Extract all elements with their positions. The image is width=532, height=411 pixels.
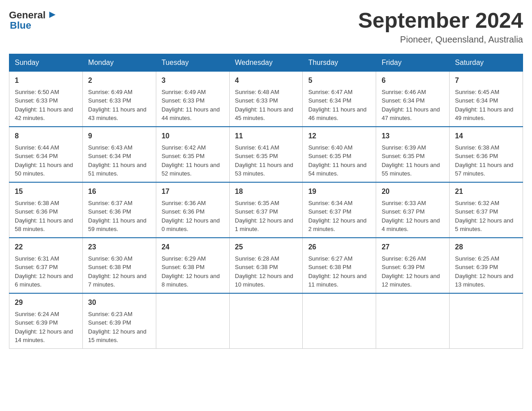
day-number: 30 [88,297,150,308]
day-number: 9 [88,131,150,141]
day-number: 25 [235,242,297,253]
day-number: 13 [382,131,444,141]
table-row: 30 Sunrise: 6:23 AMSunset: 6:39 PMDaylig… [82,293,156,349]
day-number: 27 [382,242,444,253]
col-thursday: Thursday [303,54,376,71]
table-row: 13 Sunrise: 6:39 AMSunset: 6:35 PMDaylig… [376,127,450,182]
day-number: 15 [15,186,77,197]
table-row: 5 Sunrise: 6:47 AMSunset: 6:34 PMDayligh… [303,71,376,127]
table-row: 12 Sunrise: 6:40 AMSunset: 6:35 PMDaylig… [303,127,376,182]
day-number: 11 [235,131,297,141]
day-info: Sunrise: 6:35 AMSunset: 6:37 PMDaylight:… [235,200,293,233]
day-number: 26 [308,242,370,253]
day-info: Sunrise: 6:33 AMSunset: 6:37 PMDaylight:… [382,200,440,233]
calendar-week-1: 1 Sunrise: 6:50 AMSunset: 6:33 PMDayligh… [9,71,523,127]
day-number: 21 [455,186,517,197]
day-info: Sunrise: 6:32 AMSunset: 6:37 PMDaylight:… [455,200,513,233]
page-header: General Blue September 2024 Pioneer, Que… [9,9,523,45]
day-number: 28 [455,242,517,253]
day-number: 22 [15,242,77,253]
day-info: Sunrise: 6:49 AMSunset: 6:33 PMDaylight:… [88,89,146,122]
day-number: 17 [162,186,224,197]
table-row: 21 Sunrise: 6:32 AMSunset: 6:37 PMDaylig… [450,182,523,238]
day-info: Sunrise: 6:38 AMSunset: 6:36 PMDaylight:… [455,144,513,177]
day-number: 2 [88,75,150,86]
table-row: 2 Sunrise: 6:49 AMSunset: 6:33 PMDayligh… [82,71,156,127]
day-info: Sunrise: 6:24 AMSunset: 6:39 PMDaylight:… [15,311,73,344]
table-row: 29 Sunrise: 6:24 AMSunset: 6:39 PMDaylig… [9,293,83,349]
day-number: 12 [308,131,370,141]
calendar-table: Sunday Monday Tuesday Wednesday Thursday… [9,54,523,349]
col-sunday: Sunday [9,54,83,71]
svg-marker-0 [49,12,56,18]
day-info: Sunrise: 6:27 AMSunset: 6:38 PMDaylight:… [308,255,366,288]
day-number: 16 [88,186,150,197]
day-info: Sunrise: 6:48 AMSunset: 6:33 PMDaylight:… [235,89,293,122]
table-row: 18 Sunrise: 6:35 AMSunset: 6:37 PMDaylig… [229,182,303,238]
day-info: Sunrise: 6:34 AMSunset: 6:37 PMDaylight:… [308,200,366,233]
day-number: 7 [455,75,517,86]
day-info: Sunrise: 6:28 AMSunset: 6:38 PMDaylight:… [235,255,293,288]
day-number: 19 [308,186,370,197]
table-row [156,293,229,349]
logo: General Blue [9,9,57,31]
day-number: 23 [88,242,150,253]
table-row: 3 Sunrise: 6:49 AMSunset: 6:33 PMDayligh… [156,71,229,127]
day-info: Sunrise: 6:40 AMSunset: 6:35 PMDaylight:… [308,144,366,177]
day-info: Sunrise: 6:39 AMSunset: 6:35 PMDaylight:… [382,144,440,177]
day-number: 5 [308,75,370,86]
day-info: Sunrise: 6:47 AMSunset: 6:34 PMDaylight:… [308,89,366,122]
day-info: Sunrise: 6:50 AMSunset: 6:33 PMDaylight:… [15,89,73,122]
table-row: 27 Sunrise: 6:26 AMSunset: 6:39 PMDaylig… [376,238,450,293]
table-row [450,293,523,349]
table-row: 16 Sunrise: 6:37 AMSunset: 6:36 PMDaylig… [82,182,156,238]
table-row: 25 Sunrise: 6:28 AMSunset: 6:38 PMDaylig… [229,238,303,293]
day-info: Sunrise: 6:42 AMSunset: 6:35 PMDaylight:… [162,144,220,177]
day-info: Sunrise: 6:25 AMSunset: 6:39 PMDaylight:… [455,255,513,288]
day-info: Sunrise: 6:29 AMSunset: 6:38 PMDaylight:… [162,255,220,288]
page-subtitle: Pioneer, Queensland, Australia [358,34,523,45]
table-row: 4 Sunrise: 6:48 AMSunset: 6:33 PMDayligh… [229,71,303,127]
day-info: Sunrise: 6:49 AMSunset: 6:33 PMDaylight:… [162,89,220,122]
table-row [229,293,303,349]
day-info: Sunrise: 6:37 AMSunset: 6:36 PMDaylight:… [88,200,146,233]
calendar-week-4: 22 Sunrise: 6:31 AMSunset: 6:37 PMDaylig… [9,238,523,293]
day-info: Sunrise: 6:38 AMSunset: 6:36 PMDaylight:… [15,200,73,233]
table-row: 1 Sunrise: 6:50 AMSunset: 6:33 PMDayligh… [9,71,83,127]
day-number: 20 [382,186,444,197]
table-row: 22 Sunrise: 6:31 AMSunset: 6:37 PMDaylig… [9,238,83,293]
table-row: 17 Sunrise: 6:36 AMSunset: 6:36 PMDaylig… [156,182,229,238]
day-number: 14 [455,131,517,141]
day-info: Sunrise: 6:41 AMSunset: 6:35 PMDaylight:… [235,144,293,177]
table-row [303,293,376,349]
day-number: 8 [15,131,77,141]
day-number: 18 [235,186,297,197]
day-info: Sunrise: 6:26 AMSunset: 6:39 PMDaylight:… [382,255,440,288]
table-row: 23 Sunrise: 6:30 AMSunset: 6:38 PMDaylig… [82,238,156,293]
day-number: 29 [15,297,77,308]
table-row: 28 Sunrise: 6:25 AMSunset: 6:39 PMDaylig… [450,238,523,293]
day-info: Sunrise: 6:31 AMSunset: 6:37 PMDaylight:… [15,255,73,288]
day-number: 4 [235,75,297,86]
day-info: Sunrise: 6:30 AMSunset: 6:38 PMDaylight:… [88,255,146,288]
table-row: 6 Sunrise: 6:46 AMSunset: 6:34 PMDayligh… [376,71,450,127]
col-saturday: Saturday [450,54,523,71]
day-info: Sunrise: 6:23 AMSunset: 6:39 PMDaylight:… [88,311,146,344]
day-number: 1 [15,75,77,86]
table-row: 9 Sunrise: 6:43 AMSunset: 6:34 PMDayligh… [82,127,156,182]
calendar-week-3: 15 Sunrise: 6:38 AMSunset: 6:36 PMDaylig… [9,182,523,238]
day-info: Sunrise: 6:45 AMSunset: 6:34 PMDaylight:… [455,89,513,122]
table-row: 24 Sunrise: 6:29 AMSunset: 6:38 PMDaylig… [156,238,229,293]
col-friday: Friday [376,54,450,71]
table-row: 19 Sunrise: 6:34 AMSunset: 6:37 PMDaylig… [303,182,376,238]
table-row: 26 Sunrise: 6:27 AMSunset: 6:38 PMDaylig… [303,238,376,293]
table-row: 7 Sunrise: 6:45 AMSunset: 6:34 PMDayligh… [450,71,523,127]
table-row: 11 Sunrise: 6:41 AMSunset: 6:35 PMDaylig… [229,127,303,182]
table-row: 10 Sunrise: 6:42 AMSunset: 6:35 PMDaylig… [156,127,229,182]
table-row: 8 Sunrise: 6:44 AMSunset: 6:34 PMDayligh… [9,127,83,182]
calendar-header-row: Sunday Monday Tuesday Wednesday Thursday… [9,54,523,71]
logo-blue-text: Blue [10,20,31,31]
col-tuesday: Tuesday [156,54,229,71]
col-wednesday: Wednesday [229,54,303,71]
col-monday: Monday [82,54,156,71]
